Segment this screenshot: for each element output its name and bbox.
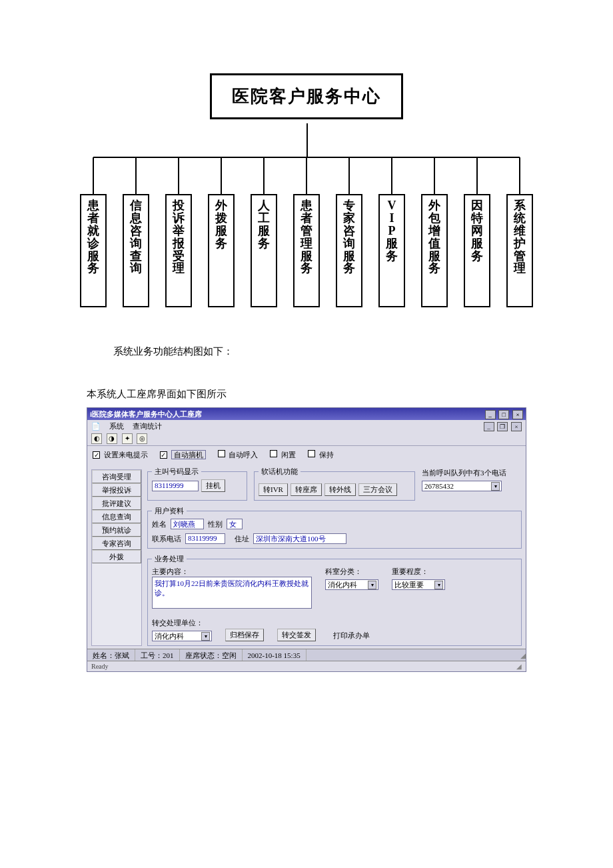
- tounit-select[interactable]: 消化内科 ▾: [152, 631, 212, 641]
- close-icon[interactable]: ×: [512, 410, 523, 419]
- connector-line: [348, 157, 350, 194]
- sidebar-item[interactable]: 批评建议: [92, 497, 141, 510]
- hangup-button[interactable]: 挂机: [201, 479, 225, 492]
- chevron-down-icon: ▾: [201, 632, 210, 641]
- group-business: 业务处理 主要内容： 我打算10月22日前来贵医院消化内科王教授处就诊。 科室分…: [147, 554, 522, 646]
- name-label: 姓名: [152, 519, 167, 529]
- tool-icon[interactable]: ✦: [122, 433, 133, 444]
- resize-grip-icon[interactable]: ◢: [515, 649, 526, 661]
- softphone-button[interactable]: 转外线: [324, 483, 356, 496]
- queue-panel: 当前呼叫队列中有3个电话 26785432 ▾: [422, 467, 522, 501]
- options-bar: ✓ 设置来电提示 ✓ 自动摘机 自动呼入 闲置 保持: [87, 446, 526, 464]
- sidebar-item[interactable]: 专家咨询: [92, 537, 141, 550]
- connector-line: [306, 157, 307, 194]
- send-button[interactable]: 转交签发: [277, 629, 316, 641]
- save-button[interactable]: 归档保存: [225, 629, 264, 641]
- status-time: 2002-10-18 15:35: [243, 649, 306, 661]
- checkbox-auto-pickup[interactable]: ✓: [160, 451, 167, 459]
- print-button[interactable]: 打印承办单: [329, 630, 374, 641]
- dept-label: 科室分类：: [325, 567, 378, 577]
- prio-label: 重要程度：: [392, 567, 445, 577]
- content-field[interactable]: 我打算10月22日前来贵医院消化内科王教授处就诊。: [152, 577, 312, 609]
- restore-icon[interactable]: ❐: [497, 422, 508, 431]
- menu-bar: 📄 系统 查询统计 _ ❐ ×: [87, 420, 526, 432]
- connector-line: [135, 157, 137, 194]
- org-leaf: 人工服务: [251, 194, 277, 307]
- sidebar-item[interactable]: 预约就诊: [92, 523, 141, 537]
- org-leaf: 投诉举报受理: [165, 194, 192, 307]
- org-branch: 信息咨询查询: [123, 157, 149, 307]
- softphone-button[interactable]: 转IVR: [259, 483, 288, 496]
- opt-hold-label: 保持: [319, 451, 334, 459]
- sidebar-item[interactable]: 举报投诉: [92, 483, 141, 497]
- minimize-icon[interactable]: _: [484, 422, 494, 431]
- caller-number-field[interactable]: 83119999: [152, 481, 199, 491]
- checkbox-incoming-prompt[interactable]: ✓: [93, 451, 100, 459]
- org-chart: 医院客户服务中心 患者就诊服务信息咨询查询投诉举报受理外拨服务人工服务患者管理服…: [0, 0, 613, 340]
- group-softphone: 软话机功能 转IVR转座席转外线三方会议: [254, 467, 415, 501]
- resize-grip-icon[interactable]: ◢: [516, 661, 522, 671]
- addr-field[interactable]: 深圳市深南大道100号: [253, 533, 346, 544]
- queue-value: 26785432: [424, 482, 454, 490]
- chevron-down-icon: ▾: [368, 581, 376, 589]
- org-leaf: 因特网服务: [464, 194, 490, 307]
- sidebar-item[interactable]: 咨询受理: [92, 470, 141, 483]
- name-field[interactable]: 刘晓燕: [171, 519, 204, 529]
- org-root: 医院客户服务中心: [210, 73, 403, 119]
- softphone-button[interactable]: 三方会议: [358, 483, 397, 496]
- dept-select[interactable]: 消化内科 ▾: [325, 579, 378, 590]
- prio-value: 比较重要: [394, 580, 424, 590]
- tool-icon[interactable]: ◎: [137, 433, 147, 444]
- phone-label: 联系电话: [152, 534, 181, 544]
- prio-select[interactable]: 比较重要 ▾: [392, 579, 445, 590]
- sex-field[interactable]: 女: [227, 519, 243, 529]
- group-caller-id: 主叫号码显示 83119999 挂机: [147, 467, 247, 501]
- connector-line: [221, 157, 222, 194]
- connector-line: [434, 157, 435, 194]
- minimize-icon[interactable]: _: [485, 410, 496, 419]
- org-branch: 外拨服务: [208, 157, 235, 307]
- org-leaf: 专家咨询服务: [336, 194, 362, 307]
- checkbox-hold[interactable]: [308, 450, 315, 457]
- org-leaf: 患者就诊服务: [80, 194, 107, 307]
- org-branch: 患者管理服务: [293, 157, 320, 307]
- menu-doc-icon[interactable]: 📄: [91, 422, 101, 430]
- sidebar: 咨询受理举报投诉批评建议信息查询预约就诊专家咨询外拨: [91, 469, 142, 646]
- sex-label: 性别: [208, 519, 223, 529]
- connector-line: [391, 157, 392, 194]
- org-leaf: 患者管理服务: [293, 194, 320, 307]
- phone-field[interactable]: 83119999: [185, 533, 225, 544]
- status-name: 姓名：张斌: [87, 649, 135, 661]
- sidebar-item[interactable]: 信息查询: [92, 510, 141, 523]
- connector-line: [93, 157, 94, 194]
- menu-system[interactable]: 系统: [109, 422, 124, 430]
- tool-icon[interactable]: ◐: [91, 433, 102, 444]
- toolbar: ◐ ◑ ✦ ◎: [87, 432, 526, 446]
- chevron-down-icon: ▾: [434, 581, 443, 589]
- org-branch: 专家咨询服务: [336, 157, 362, 307]
- connector-line: [519, 157, 520, 194]
- softphone-button[interactable]: 转座席: [291, 483, 322, 496]
- queue-select[interactable]: 26785432 ▾: [422, 481, 502, 491]
- addr-label: 住址: [235, 534, 249, 544]
- menu-items: 📄 系统 查询统计: [91, 420, 169, 432]
- chevron-down-icon: ▾: [491, 482, 500, 491]
- close-icon[interactable]: ×: [511, 422, 522, 431]
- app-window: i医院多媒体客户服务中心人工座席 _ □ × 📄 系统 查询统计 _ ❐ × ◐…: [87, 407, 526, 672]
- org-branch: 患者就诊服务: [80, 157, 107, 307]
- opt-auto-answer-label: 自动呼入: [229, 451, 258, 459]
- org-branch: 人工服务: [251, 157, 277, 307]
- checkbox-idle[interactable]: [270, 450, 277, 457]
- window-title: i医院多媒体客户服务中心人工座席: [90, 408, 202, 420]
- checkbox-auto-answer[interactable]: [218, 450, 225, 457]
- opt-idle-label: 闲置: [281, 451, 296, 459]
- menu-query-stats[interactable]: 查询统计: [133, 422, 162, 430]
- group-user-info: 用户资料 姓名 刘晓燕 性别 女 联系电话 83119999 住址 深圳市深南大…: [147, 506, 522, 549]
- connector-line: [263, 157, 265, 194]
- window-buttons: _ □ ×: [484, 408, 524, 420]
- sidebar-item[interactable]: 外拨: [92, 550, 141, 563]
- tounit-label: 转交处理单位：: [152, 618, 212, 628]
- maximize-icon[interactable]: □: [498, 410, 509, 419]
- group-business-legend: 业务处理: [152, 554, 187, 564]
- tool-icon[interactable]: ◑: [107, 433, 117, 444]
